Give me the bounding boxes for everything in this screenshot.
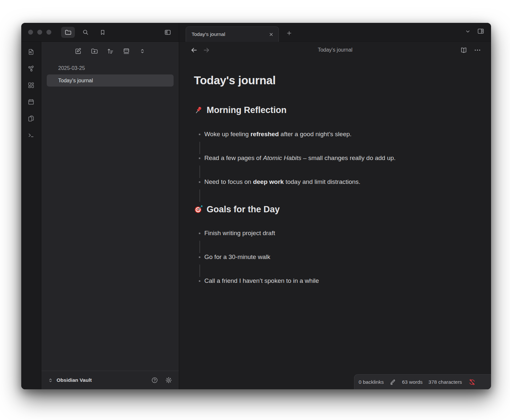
settings-gear-icon[interactable]	[165, 377, 172, 384]
character-count: 378 characters	[429, 379, 462, 385]
new-tab-button[interactable]	[283, 28, 295, 38]
vault-chevrons-icon[interactable]	[47, 377, 54, 383]
sort-icon	[107, 47, 114, 55]
folder-plus-icon	[91, 47, 98, 55]
tab-active[interactable]: Today's journal	[186, 26, 279, 42]
list-item[interactable]: Go for a 30-minute walk	[199, 253, 475, 261]
edit-icon	[75, 47, 82, 55]
pane-title: Today's journal	[179, 47, 491, 53]
vault-switcher-row: Obsidian Vault	[42, 371, 179, 389]
bookmarks-tab-button[interactable]	[96, 27, 110, 38]
editor-content[interactable]: Today's journal Morning Reflection Woke …	[179, 58, 491, 389]
back-arrow-icon[interactable]	[190, 46, 198, 54]
more-options-icon[interactable]	[474, 46, 481, 54]
sync-error-icon[interactable]	[468, 379, 476, 386]
vault-name[interactable]: Obsidian Vault	[57, 377, 92, 383]
gallery-icon	[123, 47, 130, 55]
list-item[interactable]: Finish writing project draft	[199, 229, 475, 237]
toggle-left-sidebar-button[interactable]	[161, 27, 175, 38]
pushpin-emoji	[194, 105, 203, 115]
tab-bar: Today's journal	[179, 23, 491, 42]
canvas-button[interactable]	[26, 81, 36, 90]
daily-note-button[interactable]	[26, 97, 36, 106]
file-item-selected[interactable]: Today's journal	[47, 74, 174, 87]
reading-view-icon[interactable]	[460, 46, 468, 54]
note-title-h1[interactable]: Today's journal	[194, 73, 475, 88]
search-tab-button[interactable]	[78, 27, 92, 38]
canvas-icon	[27, 82, 35, 89]
expand-collapse-button[interactable]	[138, 47, 146, 55]
status-bar: 0 backlinks 63 words 378 characters	[354, 374, 491, 389]
terminal-icon	[27, 132, 35, 139]
graph-icon	[27, 65, 35, 72]
chevrons-up-down-icon	[139, 48, 146, 55]
explorer-toolbar	[42, 42, 179, 60]
backlinks-count[interactable]: 0 backlinks	[359, 379, 384, 385]
list-item[interactable]: Call a friend I haven’t spoken to in a w…	[199, 277, 475, 285]
section-heading-text: Goals for the Day	[207, 204, 280, 215]
edit-mode-pencil-icon[interactable]	[390, 379, 396, 385]
ribbon	[21, 42, 41, 389]
titlebar	[21, 23, 179, 42]
list-item[interactable]: Read a few pages of Atomic Habits – smal…	[199, 154, 475, 162]
file-search-icon	[27, 48, 35, 56]
file-item[interactable]: 2025-03-25	[47, 62, 174, 74]
file-explorer: 2025-03-25 Today's journal Obsidian Vaul…	[42, 42, 179, 389]
quick-switcher-button[interactable]	[26, 47, 36, 57]
bullet-list-morning: Woke up feeling refreshed after a good n…	[199, 130, 475, 186]
zoom-window-button[interactable]	[46, 30, 51, 35]
note-header: Today's journal	[179, 42, 491, 58]
editor-pane: Today's journal	[179, 23, 491, 389]
bullet-list-goals: Finish writing project draft Go for a 30…	[199, 229, 475, 285]
target-emoji	[194, 205, 203, 214]
files-tab-button[interactable]	[61, 27, 75, 38]
close-icon	[269, 32, 274, 37]
search-icon	[82, 29, 89, 36]
tab-list-chevron-icon[interactable]	[465, 28, 471, 35]
command-palette-button[interactable]	[26, 131, 36, 140]
templates-button[interactable]	[26, 114, 36, 123]
new-folder-button[interactable]	[90, 47, 98, 55]
panel-left-icon	[164, 29, 171, 36]
list-item[interactable]: Woke up feeling refreshed after a good n…	[199, 130, 475, 138]
help-icon[interactable]	[151, 377, 158, 384]
forward-arrow-icon[interactable]	[203, 46, 210, 54]
close-tab-button[interactable]	[267, 30, 275, 39]
new-note-button[interactable]	[74, 47, 82, 55]
close-window-button[interactable]	[28, 30, 33, 35]
obsidian-window: 2025-03-25 Today's journal Obsidian Vaul…	[21, 23, 491, 389]
calendar-icon	[27, 98, 35, 105]
section-heading-morning[interactable]: Morning Reflection	[194, 105, 475, 116]
traffic-lights	[28, 30, 51, 35]
plus-icon	[286, 30, 292, 36]
file-list: 2025-03-25 Today's journal	[42, 60, 179, 87]
layout-button[interactable]	[122, 47, 130, 55]
sort-order-button[interactable]	[106, 47, 114, 55]
list-item[interactable]: Need to focus on deep work today and lim…	[199, 178, 475, 186]
minimize-window-button[interactable]	[37, 30, 42, 35]
copy-icon	[27, 115, 35, 122]
bookmark-icon	[99, 29, 106, 36]
tab-title: Today's journal	[192, 31, 225, 37]
graph-view-button[interactable]	[26, 64, 36, 73]
folder-icon	[64, 29, 72, 36]
section-heading-goals[interactable]: Goals for the Day	[194, 204, 475, 215]
word-count: 63 words	[402, 379, 423, 385]
section-heading-text: Morning Reflection	[207, 105, 287, 116]
left-sidebar: 2025-03-25 Today's journal Obsidian Vaul…	[21, 23, 179, 389]
panel-right-icon[interactable]	[477, 27, 484, 35]
sidebar-nav-tabs	[61, 27, 110, 38]
